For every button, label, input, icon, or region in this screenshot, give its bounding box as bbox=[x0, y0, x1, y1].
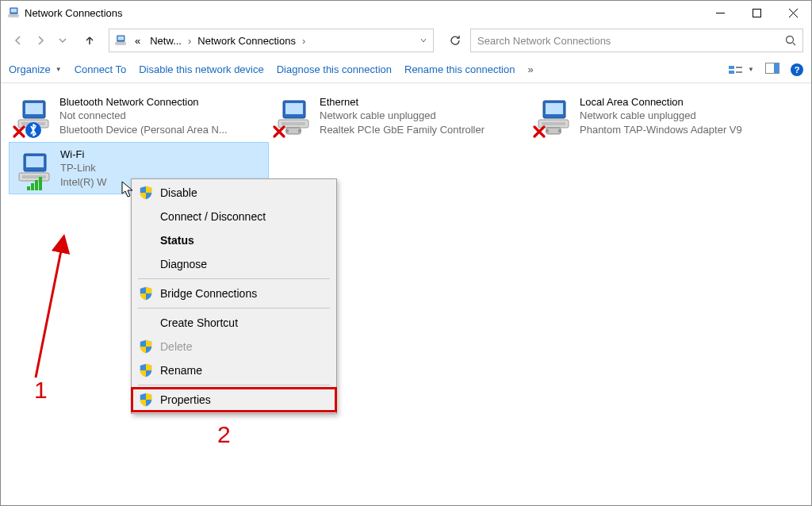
window-controls bbox=[702, 1, 811, 25]
adapter-icon bbox=[14, 146, 54, 190]
menu-item-status[interactable]: Status bbox=[132, 228, 336, 252]
organize-button[interactable]: Organize▼ bbox=[9, 63, 62, 75]
svg-rect-16 bbox=[736, 67, 742, 68]
recent-dropdown[interactable] bbox=[53, 31, 72, 50]
refresh-button[interactable] bbox=[443, 29, 467, 52]
menu-item-label: Rename bbox=[160, 364, 202, 377]
preview-pane-button[interactable] bbox=[765, 63, 779, 76]
back-button[interactable] bbox=[9, 31, 28, 50]
menu-separator bbox=[138, 278, 330, 279]
chevron-right-icon: › bbox=[302, 35, 305, 47]
annotation-number-1: 1 bbox=[34, 377, 48, 404]
command-toolbar: Organize▼ Connect To Disable this networ… bbox=[1, 56, 811, 83]
menu-item-label: Create Shortcut bbox=[160, 316, 238, 329]
svg-rect-19 bbox=[774, 63, 779, 74]
uac-shield-icon bbox=[139, 393, 153, 407]
svg-rect-15 bbox=[729, 71, 734, 74]
menu-item-connect-disconnect[interactable]: Connect / Disconnect bbox=[132, 205, 336, 228]
adapter-icon bbox=[534, 93, 573, 137]
close-button[interactable] bbox=[775, 1, 811, 25]
address-bar[interactable]: « Netw... › Network Connections › bbox=[109, 29, 434, 52]
menu-separator bbox=[138, 385, 330, 385]
diagnose-button[interactable]: Diagnose this connection bbox=[277, 63, 392, 75]
chevron-down-icon: ▼ bbox=[748, 66, 754, 73]
menu-item-label: Connect / Disconnect bbox=[160, 210, 266, 223]
connection-device: Intel(R) W bbox=[60, 175, 107, 190]
menu-item-label: Bridge Connections bbox=[160, 287, 257, 300]
menu-item-label: Properties bbox=[160, 393, 211, 406]
connect-to-button[interactable]: Connect To bbox=[75, 63, 127, 75]
rename-button[interactable]: Rename this connection bbox=[404, 63, 515, 75]
menu-item-label: Delete bbox=[160, 340, 192, 353]
view-options-button[interactable]: ▼ bbox=[729, 64, 754, 75]
adapter-icon bbox=[13, 93, 53, 137]
search-input[interactable]: Search Network Connections bbox=[470, 29, 803, 52]
connection-status: Network cable unplugged bbox=[580, 109, 742, 123]
menu-item-create-shortcut[interactable]: Create Shortcut bbox=[132, 311, 336, 335]
menu-item-properties[interactable]: Properties bbox=[132, 388, 336, 412]
uac-shield-icon bbox=[139, 363, 153, 378]
connection-name: Bluetooth Network Connection bbox=[59, 95, 228, 109]
ethernet-icon bbox=[545, 121, 562, 139]
uac-shield-icon bbox=[139, 286, 153, 301]
up-button[interactable] bbox=[80, 31, 99, 50]
minimize-button[interactable] bbox=[702, 1, 738, 25]
menu-item-delete: Delete bbox=[132, 335, 336, 358]
titlebar: Network Connections bbox=[1, 1, 811, 25]
connection-item[interactable]: EthernetNetwork cable unpluggedRealtek P… bbox=[269, 90, 529, 142]
ethernet-icon bbox=[285, 121, 302, 139]
chevron-right-icon: › bbox=[188, 35, 191, 47]
svg-line-20 bbox=[36, 239, 63, 378]
svg-rect-12 bbox=[753, 9, 760, 17]
svg-rect-14 bbox=[729, 66, 734, 69]
annotation-number-2: 2 bbox=[217, 421, 231, 448]
svg-point-13 bbox=[787, 36, 794, 44]
connection-name: Local Area Connection bbox=[580, 95, 742, 109]
connection-name: Ethernet bbox=[320, 95, 485, 109]
menu-item-bridge-connections[interactable]: Bridge Connections bbox=[132, 282, 336, 305]
annotation-arrow bbox=[20, 231, 83, 381]
address-dropdown[interactable] bbox=[414, 37, 433, 44]
breadcrumb-root[interactable]: « bbox=[132, 35, 144, 47]
chevron-down-icon: ▼ bbox=[56, 66, 62, 73]
maximize-button[interactable] bbox=[738, 1, 775, 25]
help-button[interactable]: ? bbox=[791, 63, 803, 76]
context-menu: DisableConnect / DisconnectStatusDiagnos… bbox=[131, 178, 337, 414]
connections-list: Bluetooth Network ConnectionNot connecte… bbox=[9, 90, 803, 194]
search-placeholder: Search Network Connections bbox=[477, 35, 785, 47]
nav-row: « Netw... › Network Connections › Search… bbox=[1, 25, 811, 56]
connection-status: Not connected bbox=[59, 109, 228, 123]
connection-status: TP-Link bbox=[60, 161, 107, 175]
connection-device: Bluetooth Device (Personal Area N... bbox=[59, 123, 228, 137]
window-title: Network Connections bbox=[25, 7, 123, 19]
breadcrumb-level2[interactable]: Network Connections bbox=[194, 35, 299, 47]
adapter-icon bbox=[274, 93, 313, 137]
menu-item-rename[interactable]: Rename bbox=[132, 358, 336, 382]
breadcrumb-level1[interactable]: Netw... bbox=[147, 35, 185, 47]
connection-name: Wi-Fi bbox=[60, 148, 107, 162]
address-icon bbox=[114, 34, 127, 47]
menu-item-label: Diagnose bbox=[160, 258, 207, 270]
connection-item[interactable]: Local Area ConnectionNetwork cable unplu… bbox=[529, 90, 789, 142]
connection-status: Network cable unplugged bbox=[320, 109, 485, 123]
svg-rect-17 bbox=[736, 71, 742, 73]
connection-device: Realtek PCIe GbE Family Controller bbox=[320, 123, 485, 137]
forward-button[interactable] bbox=[31, 31, 50, 50]
uac-shield-icon bbox=[139, 339, 153, 354]
search-icon bbox=[785, 35, 796, 46]
toolbar-overflow[interactable]: » bbox=[527, 63, 533, 75]
connection-item[interactable]: Bluetooth Network ConnectionNot connecte… bbox=[9, 90, 269, 142]
app-icon bbox=[7, 6, 20, 19]
disable-device-button[interactable]: Disable this network device bbox=[139, 63, 264, 75]
content-area: Bluetooth Network ConnectionNot connecte… bbox=[1, 83, 811, 505]
menu-item-label: Status bbox=[160, 234, 194, 247]
connection-device: Phantom TAP-Windows Adapter V9 bbox=[580, 123, 742, 137]
uac-shield-icon bbox=[139, 186, 153, 200]
menu-item-diagnose[interactable]: Diagnose bbox=[132, 252, 336, 276]
bluetooth-icon bbox=[25, 121, 42, 139]
menu-item-disable[interactable]: Disable bbox=[132, 181, 336, 205]
menu-separator bbox=[138, 308, 330, 309]
menu-item-label: Disable bbox=[160, 186, 197, 199]
wifi-bars-icon bbox=[25, 174, 43, 192]
window: Network Connections « Netw... › Network … bbox=[0, 0, 812, 506]
